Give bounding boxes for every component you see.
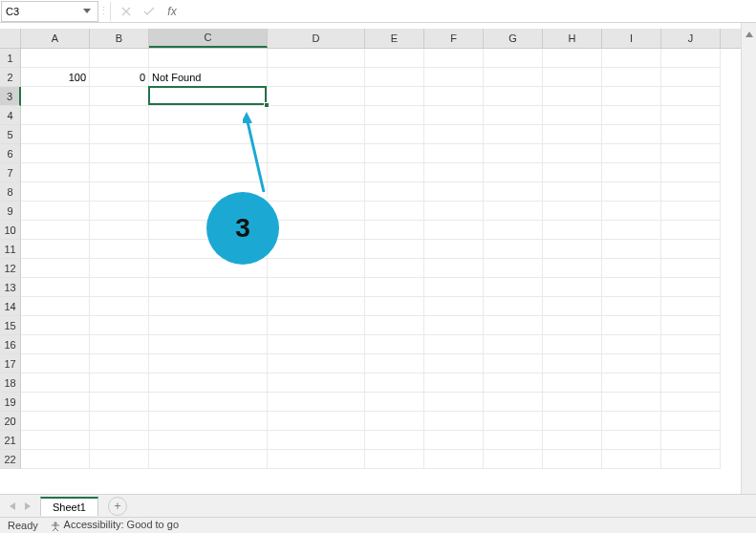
cell[interactable] xyxy=(424,125,484,144)
cell[interactable] xyxy=(484,163,543,182)
cell[interactable] xyxy=(21,144,90,163)
row-header[interactable]: 9 xyxy=(0,202,21,221)
cell[interactable] xyxy=(602,49,661,68)
cell[interactable] xyxy=(365,316,424,335)
row-header[interactable]: 13 xyxy=(0,278,21,297)
cell[interactable] xyxy=(149,125,268,144)
cell[interactable] xyxy=(365,68,424,87)
cell[interactable] xyxy=(149,221,268,240)
cell[interactable] xyxy=(424,373,484,393)
cell[interactable] xyxy=(90,144,149,163)
cell[interactable] xyxy=(602,125,661,144)
name-box[interactable]: C3 xyxy=(1,1,98,22)
cell[interactable] xyxy=(365,87,424,106)
cell[interactable] xyxy=(365,393,424,412)
cell[interactable] xyxy=(543,163,602,182)
cell[interactable] xyxy=(149,182,268,202)
cell[interactable] xyxy=(424,259,484,278)
cell[interactable] xyxy=(661,49,721,68)
column-header[interactable]: H xyxy=(543,29,602,48)
cell[interactable] xyxy=(90,297,149,316)
cell[interactable] xyxy=(661,125,721,144)
cell[interactable] xyxy=(268,202,365,221)
cell[interactable] xyxy=(543,412,602,431)
row-header[interactable]: 17 xyxy=(0,354,21,373)
cell[interactable] xyxy=(424,49,484,68)
cell[interactable] xyxy=(365,335,424,354)
cell[interactable] xyxy=(661,202,721,221)
row-header[interactable]: 19 xyxy=(0,393,21,412)
cell[interactable] xyxy=(543,240,602,259)
cell[interactable] xyxy=(484,278,543,297)
cell[interactable] xyxy=(484,87,543,106)
cell[interactable] xyxy=(424,393,484,412)
cell[interactable] xyxy=(484,240,543,259)
cell[interactable] xyxy=(149,144,268,163)
cell[interactable] xyxy=(484,431,543,450)
fill-handle[interactable] xyxy=(264,102,270,108)
name-box-dropdown-icon[interactable] xyxy=(80,9,94,14)
cell[interactable] xyxy=(424,240,484,259)
cell[interactable] xyxy=(661,240,721,259)
cell[interactable] xyxy=(543,335,602,354)
cell[interactable] xyxy=(268,125,365,144)
select-all-corner[interactable] xyxy=(0,29,21,48)
cell[interactable] xyxy=(365,106,424,125)
cell[interactable] xyxy=(543,278,602,297)
add-sheet-button[interactable]: ＋ xyxy=(108,497,127,516)
cell[interactable] xyxy=(484,335,543,354)
cell[interactable] xyxy=(21,450,90,469)
cell[interactable] xyxy=(424,412,484,431)
cell[interactable] xyxy=(365,373,424,393)
cell[interactable] xyxy=(149,106,268,125)
cell[interactable] xyxy=(149,393,268,412)
cell[interactable] xyxy=(602,316,661,335)
cell[interactable] xyxy=(21,373,90,393)
cell[interactable] xyxy=(484,202,543,221)
cell[interactable] xyxy=(484,182,543,202)
cell[interactable] xyxy=(90,354,149,373)
cell[interactable] xyxy=(484,450,543,469)
cell[interactable] xyxy=(21,106,90,125)
row-header[interactable]: 21 xyxy=(0,431,21,450)
cell[interactable] xyxy=(268,144,365,163)
cell[interactable] xyxy=(543,450,602,469)
cell[interactable] xyxy=(21,335,90,354)
cell[interactable] xyxy=(543,125,602,144)
cell[interactable] xyxy=(149,316,268,335)
cell[interactable] xyxy=(268,106,365,125)
cell[interactable] xyxy=(424,87,484,106)
cell[interactable] xyxy=(365,202,424,221)
row-header[interactable]: 15 xyxy=(0,316,21,335)
tab-nav-next-icon[interactable] xyxy=(21,498,34,515)
cell[interactable] xyxy=(268,412,365,431)
cell[interactable] xyxy=(149,335,268,354)
cell[interactable] xyxy=(543,297,602,316)
cell[interactable] xyxy=(602,68,661,87)
cell[interactable] xyxy=(90,393,149,412)
cell[interactable] xyxy=(21,221,90,240)
tab-nav-prev-icon[interactable] xyxy=(6,498,19,515)
cell[interactable] xyxy=(90,335,149,354)
cell[interactable] xyxy=(268,68,365,87)
cell[interactable] xyxy=(543,259,602,278)
cell[interactable] xyxy=(424,450,484,469)
cell[interactable] xyxy=(424,163,484,182)
cell[interactable] xyxy=(268,393,365,412)
cell[interactable] xyxy=(543,202,602,221)
cell[interactable] xyxy=(268,182,365,202)
cell[interactable] xyxy=(149,202,268,221)
cell[interactable] xyxy=(365,49,424,68)
cell[interactable] xyxy=(484,297,543,316)
cell[interactable] xyxy=(602,278,661,297)
cell[interactable] xyxy=(21,49,90,68)
cell[interactable] xyxy=(365,240,424,259)
row-header[interactable]: 3 xyxy=(0,87,21,106)
column-header[interactable]: I xyxy=(602,29,661,48)
cell[interactable] xyxy=(90,163,149,182)
cell[interactable] xyxy=(424,354,484,373)
cell[interactable] xyxy=(424,431,484,450)
cell[interactable] xyxy=(484,144,543,163)
cell[interactable] xyxy=(268,221,365,240)
cell[interactable] xyxy=(21,240,90,259)
